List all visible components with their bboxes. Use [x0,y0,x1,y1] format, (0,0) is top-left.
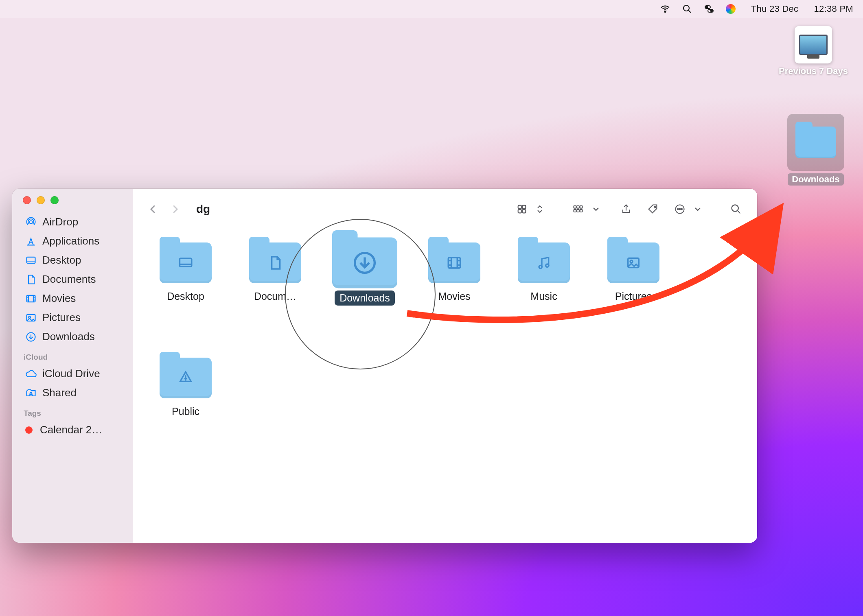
action-menu-button[interactable] [670,199,690,219]
folder-label: Music [530,291,557,302]
sidebar-tag-calendar[interactable]: Calendar 2… [16,420,129,439]
control-center-icon[interactable] [704,4,714,14]
svg-point-28 [732,205,738,212]
movies-glyph-icon [428,242,480,283]
desktop-item-label: Downloads [788,173,843,186]
menubar-date[interactable]: Thu 23 Dec [751,4,799,14]
folder-label: Docum… [254,291,296,302]
svg-rect-20 [574,210,576,212]
menubar-time[interactable]: 12:38 PM [814,4,853,14]
folder-label: Public [172,406,199,417]
finder-sidebar: AirDrop Applications Desktop Documents M… [12,189,133,543]
downloads-glyph-icon [332,238,397,288]
chevron-down-icon[interactable] [591,199,601,219]
applications-icon [25,236,37,247]
svg-point-27 [681,209,682,210]
chevron-down-icon[interactable] [693,199,703,219]
music-glyph-icon [518,242,570,283]
minimize-button[interactable] [37,196,45,204]
tags-button[interactable] [643,199,663,219]
folder-public[interactable]: Public [153,354,218,417]
svg-point-33 [546,264,549,267]
folder-desktop[interactable]: Desktop [153,239,218,306]
sidebar-item-label: Downloads [42,330,95,343]
tag-dot-red-icon [25,426,33,434]
siri-icon[interactable] [726,4,736,14]
svg-point-25 [677,209,679,210]
menu-bar: Thu 23 Dec 12:38 PM [0,0,863,18]
movies-sidebar-icon [25,293,37,304]
sidebar-item-label: Pictures [42,311,81,324]
folder-icon [428,242,480,283]
svg-point-1 [683,5,689,11]
sidebar-item-label: Movies [42,292,76,305]
folder-downloads[interactable]: Downloads [332,239,397,306]
zoom-button[interactable] [50,196,59,204]
smart-folder-icon [795,26,832,63]
sidebar-item-label: AirDrop [42,216,78,228]
svg-rect-22 [580,210,583,212]
desktop-glyph-icon [160,242,212,283]
svg-point-35 [630,260,633,263]
svg-rect-13 [518,205,521,209]
svg-rect-15 [518,210,521,213]
view-icons-button[interactable] [512,199,532,219]
sidebar-item-airdrop[interactable]: AirDrop [16,212,129,232]
sidebar-item-label: Documents [42,273,96,286]
folder-documents[interactable]: Docum… [243,239,308,306]
folder-movies[interactable]: Movies [422,239,487,306]
folder-icon [160,242,212,283]
folder-icon [607,242,659,283]
sidebar-item-label: Applications [42,235,99,247]
downloads-sidebar-icon [25,331,37,343]
folder-label: Movies [438,291,470,302]
spotlight-icon[interactable] [682,4,692,14]
folder-icon [787,114,844,171]
svg-point-32 [539,265,542,268]
finder-title: dg [196,203,210,216]
close-button[interactable] [23,196,31,204]
svg-rect-17 [574,206,576,208]
sidebar-item-label: iCloud Drive [42,367,100,380]
folder-label: Desktop [167,291,204,302]
sidebar-item-desktop[interactable]: Desktop [16,251,129,270]
folder-pictures[interactable]: Pictures [601,239,666,306]
search-button[interactable] [726,199,746,219]
svg-point-3 [705,6,707,8]
folder-music[interactable]: Music [511,239,576,306]
svg-rect-14 [522,205,526,209]
chevron-expand-icon[interactable] [535,199,545,219]
share-button[interactable] [616,199,636,219]
cloud-icon [25,368,37,380]
sidebar-item-shared[interactable]: Shared [16,383,129,402]
sidebar-heading-icloud: iCloud [12,346,133,364]
folder-icon [518,242,570,283]
public-glyph-icon [160,358,212,398]
desktop-item-previous-7-days[interactable]: Previous 7 Days [785,26,842,76]
wifi-icon[interactable] [660,4,670,14]
sidebar-item-applications[interactable]: Applications [16,232,129,251]
svg-rect-31 [448,258,460,268]
svg-point-26 [679,209,681,210]
sidebar-item-downloads[interactable]: Downloads [16,327,129,346]
forward-button[interactable] [166,200,184,218]
folder-label: Downloads [335,291,395,306]
group-by-button[interactable] [568,199,588,219]
airdrop-icon [25,216,37,228]
sidebar-item-pictures[interactable]: Pictures [16,308,129,327]
sidebar-item-icloud-drive[interactable]: iCloud Drive [16,364,129,383]
desktop-item-downloads-alias[interactable]: Downloads [787,114,844,186]
sidebar-item-movies[interactable]: Movies [16,289,129,308]
svg-rect-21 [577,210,579,212]
sidebar-item-documents[interactable]: Documents [16,270,129,289]
sidebar-heading-tags: Tags [12,402,133,420]
svg-point-0 [664,11,666,12]
back-button[interactable] [144,200,162,218]
sidebar-item-label: Desktop [42,254,81,266]
folder-icon [160,358,212,398]
pictures-glyph-icon [607,242,659,283]
svg-rect-16 [522,210,526,213]
finder-content[interactable]: Desktop Docum… Downloads [133,229,757,543]
pictures-sidebar-icon [25,312,37,323]
documents-glyph-icon [249,242,301,283]
